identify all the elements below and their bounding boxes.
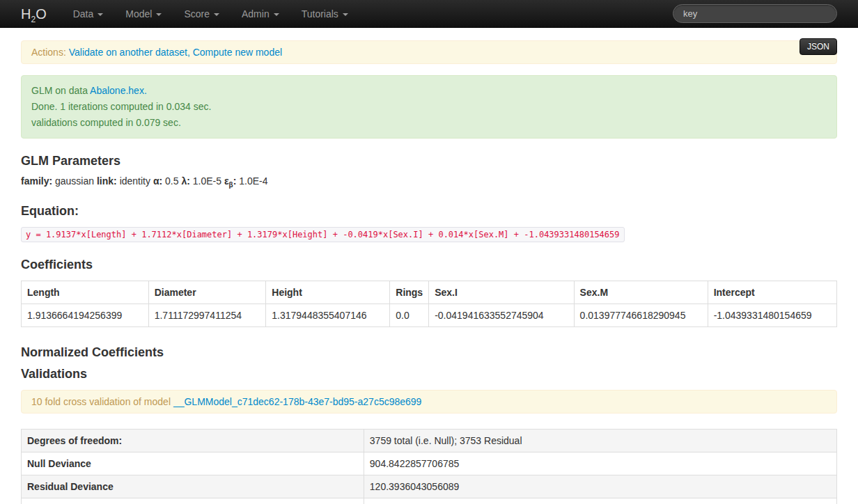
validation-stats-table: Degrees of freedom: 3759 total (i.e. Nul… [21, 429, 837, 504]
validations-heading: Validations [21, 367, 837, 381]
coefficient-value-diameter: 1.711172997411254 [148, 304, 266, 326]
model-link[interactable]: __GLMModel_c71dec62-178b-43e7-bd95-a27c5… [173, 396, 422, 407]
caret-down-icon [214, 13, 219, 16]
cross-validation-text: 10 fold cross validation of model [31, 396, 173, 407]
coefficient-value-intercept: -1.0439331480154659 [708, 304, 836, 326]
status-line-2: Done. 1 iterations computed in 0.034 sec… [31, 99, 827, 115]
epsilon-beta-label: εβ: [224, 175, 236, 187]
status-line-3: validations computed in 0.079 sec. [31, 115, 827, 131]
validate-dataset-link[interactable]: Validate on another dataset [69, 47, 187, 58]
dataset-link[interactable]: Abalone.hex. [90, 85, 147, 96]
stat-value: 120.3936043056089 [364, 475, 836, 498]
caret-down-icon [343, 13, 348, 16]
stat-label: Null Deviance [22, 452, 364, 475]
main-menu: Data Model Score Admin Tutorials [62, 0, 359, 27]
alpha-value: 0.5 [165, 175, 178, 187]
brand-text: H [21, 6, 31, 22]
glm-parameters-heading: GLM Parameters [21, 154, 837, 168]
coefficients-table: Length Diameter Height Rings Sex.I Sex.M… [21, 281, 837, 327]
link-separator: , [187, 47, 193, 58]
cross-validation-alert: 10 fold cross validation of model __GLMM… [21, 390, 837, 414]
equation-code: y = 1.9137*x[Length] + 1.7112*x[Diameter… [21, 227, 625, 242]
lambda-value: 1.0E-5 [193, 175, 221, 187]
nav-item-score[interactable]: Score [173, 0, 231, 28]
navbar-search-area [673, 0, 858, 27]
status-line-1: GLM on data Abalone.hex. [31, 83, 827, 99]
nav-item-label: Model [125, 8, 152, 19]
coefficients-value-row: 1.9136664194256399 1.711172997411254 1.3… [22, 304, 837, 326]
search-input[interactable] [673, 4, 837, 23]
nav-item-label: Tutorials [302, 8, 338, 19]
link-value: identity [120, 175, 150, 187]
status-line-1-text: GLM on data [31, 85, 90, 96]
nav-item-admin[interactable]: Admin [231, 0, 290, 28]
stat-label: Residual Deviance [22, 475, 364, 498]
stats-row-residual-deviance: Residual Deviance 120.3936043056089 [22, 475, 837, 498]
stat-value: -2302.0168 [364, 498, 836, 504]
column-header-height: Height [266, 281, 390, 304]
coefficient-value-sexi: -0.041941633552745904 [429, 304, 574, 326]
stats-row-aic: AIC -2302.0168 [22, 498, 837, 504]
brand-text-suffix: O [36, 6, 47, 22]
coefficient-value-height: 1.3179448355407146 [266, 304, 390, 326]
navbar: H2O Data Model Score Admin Tutorials [0, 0, 858, 28]
lambda-label: λ: [181, 175, 189, 187]
coefficients-heading: Coefficients [21, 258, 837, 272]
coefficient-value-rings: 0.0 [390, 304, 429, 326]
stats-row-degrees-of-freedom: Degrees of freedom: 3759 total (i.e. Nul… [22, 429, 837, 452]
glm-params-line: family: gaussian link: identity α: 0.5 λ… [21, 175, 837, 189]
actions-bar: Actions: Validate on another dataset, Co… [21, 40, 837, 64]
epsilon-beta-value: 1.0E-4 [239, 175, 267, 187]
alpha-label: α: [153, 175, 162, 187]
nav-item-label: Data [73, 8, 94, 19]
column-header-intercept: Intercept [708, 281, 836, 304]
stat-value: 904.8422857706785 [364, 452, 836, 475]
nav-item-data[interactable]: Data [62, 0, 115, 28]
stat-label: AIC [22, 498, 364, 504]
json-button[interactable]: JSON [800, 38, 837, 55]
column-header-diameter: Diameter [148, 281, 266, 304]
coefficient-value-length: 1.9136664194256399 [22, 304, 149, 326]
column-header-length: Length [22, 281, 149, 304]
brand-logo[interactable]: H2O [0, 0, 62, 27]
column-header-rings: Rings [390, 281, 429, 304]
normalized-coefficients-heading: Normalized Coefficients [21, 345, 837, 360]
family-value: gaussian [55, 175, 94, 187]
caret-down-icon [98, 13, 103, 16]
caret-down-icon [274, 13, 279, 16]
coefficients-header-row: Length Diameter Height Rings Sex.I Sex.M… [22, 281, 837, 304]
link-label: link: [97, 175, 117, 187]
actions-label: Actions: [31, 47, 66, 58]
coefficient-value-sexm: 0.013977746618290945 [574, 304, 708, 326]
family-label: family: [21, 175, 52, 187]
compute-model-link[interactable]: Compute new model [193, 47, 282, 58]
column-header-sexi: Sex.I [429, 281, 574, 304]
nav-item-model[interactable]: Model [114, 0, 173, 28]
nav-item-label: Admin [242, 8, 270, 19]
stat-value: 3759 total (i.e. Null); 3753 Residual [364, 429, 836, 452]
status-alert: GLM on data Abalone.hex. Done. 1 iterati… [21, 75, 837, 139]
equation-heading: Equation: [21, 204, 837, 219]
nav-item-label: Score [184, 8, 210, 19]
nav-item-tutorials[interactable]: Tutorials [290, 0, 359, 28]
stat-label: Degrees of freedom: [22, 429, 364, 452]
stats-row-null-deviance: Null Deviance 904.8422857706785 [22, 452, 837, 475]
caret-down-icon [156, 13, 162, 16]
column-header-sexm: Sex.M [574, 281, 708, 304]
